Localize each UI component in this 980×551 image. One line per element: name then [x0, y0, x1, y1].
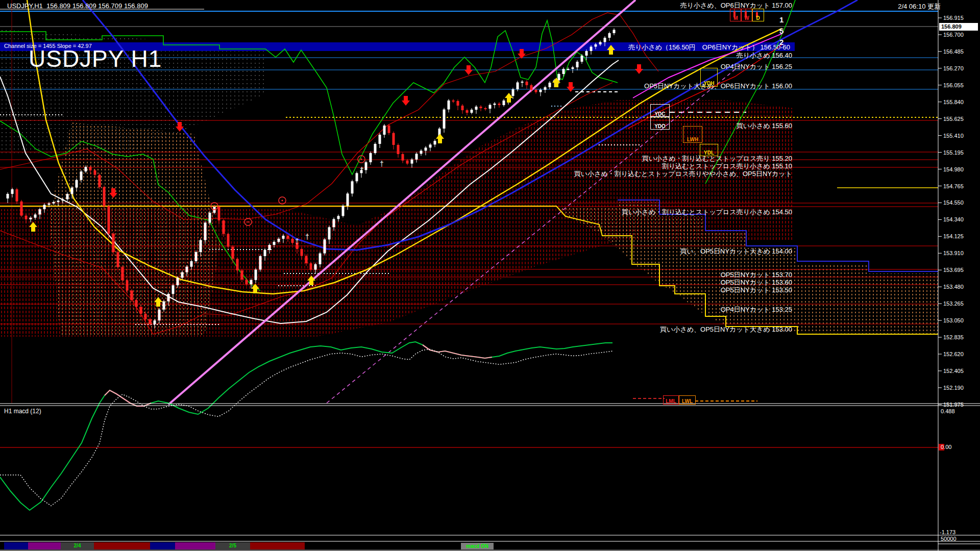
- candle-body: [337, 216, 340, 219]
- candle-body: [48, 204, 51, 205]
- session-segment[interactable]: 2/5: [215, 542, 250, 549]
- indicator-box-label: YDO: [651, 123, 669, 129]
- candle-body: [126, 280, 129, 290]
- candle-body: [503, 101, 505, 105]
- price-tick: 154.340: [943, 216, 964, 222]
- chart-canvas[interactable]: ††††: [0, 0, 980, 551]
- indicator-box-lwh: LWH: [683, 126, 702, 143]
- candle-body: [273, 242, 276, 245]
- candle-body: [517, 83, 519, 90]
- candle-body: [406, 161, 409, 164]
- level-annotation: 買い小さめ・割り込むとストップロス売りやや小さめ、OP5日NYカット: [574, 169, 792, 179]
- candle-body: [163, 302, 165, 310]
- candle-body: [34, 214, 37, 217]
- candle-body: [16, 189, 18, 202]
- price-tick: 155.840: [943, 99, 964, 105]
- candle-body: [135, 300, 138, 307]
- candle-body: [186, 267, 188, 272]
- candle-body: [76, 180, 78, 188]
- candle-body: [268, 245, 271, 250]
- candle-body: [11, 189, 14, 194]
- sell-arrow-icon: [402, 96, 410, 106]
- level-annotation: 買い小さめ・割り込むとストップロス売り小さめ 154.50: [622, 208, 792, 217]
- indicator-box-label: LML: [664, 398, 678, 404]
- circle-marker-dot: [214, 206, 215, 207]
- indicator-box-label: YDH: [701, 81, 717, 86]
- indicator-box-ydo: YDO: [650, 116, 670, 130]
- candle-body: [62, 199, 64, 201]
- candle-body: [415, 154, 418, 159]
- price-tick: 155.410: [943, 133, 964, 139]
- candle-body: [314, 264, 317, 270]
- symbol-period: USDJPY,H1: [7, 2, 43, 10]
- dagger-marker-icon: †: [295, 237, 299, 245]
- candle-body: [383, 126, 386, 135]
- candle-body: [232, 247, 234, 259]
- session-segment[interactable]: [94, 542, 150, 549]
- candle-body: [291, 239, 294, 243]
- fan-label-5: 5: [779, 27, 783, 35]
- level-annotation: OP4日NYカット 156.25: [721, 62, 792, 71]
- candle-body: [264, 250, 266, 256]
- candle-body: [241, 270, 243, 280]
- indicator-box-d: D: [752, 9, 764, 21]
- candle-body: [108, 206, 110, 234]
- candle-body: [223, 220, 225, 234]
- price-tick: 152.190: [943, 385, 964, 391]
- indicator-box-ydc: YDC: [650, 104, 670, 117]
- macd-axis-zero: 0.00: [941, 444, 951, 450]
- circle-marker-dot: [248, 221, 249, 223]
- candle-body: [613, 30, 616, 33]
- fan-label-2: 2: [779, 38, 783, 46]
- candle-body: [144, 314, 147, 319]
- price-tick: 154.125: [943, 233, 964, 239]
- candle-body: [388, 126, 390, 133]
- price-tick: 156.270: [943, 65, 964, 71]
- session-segment[interactable]: [150, 542, 175, 549]
- candle-body: [66, 194, 69, 199]
- candle-body: [466, 110, 469, 113]
- indicator-box-label: YDL: [700, 150, 718, 156]
- candle-body: [530, 85, 533, 90]
- candle-body: [558, 74, 560, 81]
- candle-body: [25, 216, 28, 219]
- symbol-title: USDJPY,H1 156.809 156.809 156.709 156.80…: [7, 2, 148, 10]
- candle-body: [356, 173, 358, 181]
- candle-body: [140, 307, 142, 314]
- candle-body: [581, 56, 583, 62]
- candle-body: [89, 167, 92, 170]
- price-tick: 155.195: [943, 149, 964, 156]
- candle-body: [397, 145, 400, 154]
- price-tick: 155.625: [943, 116, 964, 122]
- macd-axis-bottom: -1.173: [940, 529, 955, 535]
- candle-body: [457, 101, 459, 106]
- candle-body: [227, 234, 230, 246]
- session-segment[interactable]: [28, 542, 61, 549]
- candle-body: [402, 154, 404, 161]
- candle-body: [448, 101, 450, 110]
- candle-body: [576, 62, 579, 67]
- session-segment[interactable]: 2/4: [61, 542, 94, 549]
- candle-body: [209, 213, 211, 222]
- price-tick: 153.695: [943, 267, 964, 273]
- candle-body: [57, 201, 60, 202]
- candle-body: [259, 256, 262, 269]
- indicator-box-lwl: LWL: [679, 395, 696, 405]
- price-tick: 153.050: [943, 317, 964, 323]
- candle-body: [20, 202, 23, 216]
- candle-body: [379, 135, 381, 144]
- candle-body: [246, 280, 248, 284]
- indicator-box-label: D: [752, 15, 764, 21]
- candle-body: [452, 101, 455, 102]
- candle-body: [572, 67, 574, 69]
- candle-body: [425, 147, 427, 151]
- candle-body: [121, 267, 124, 281]
- session-segment[interactable]: [250, 542, 305, 549]
- session-segment[interactable]: [175, 542, 215, 549]
- macd-toggle-button[interactable]: macd ON: [461, 543, 494, 549]
- fan-label-1: 1: [779, 15, 783, 24]
- session-segment[interactable]: [4, 542, 28, 549]
- candle-body: [99, 175, 101, 187]
- macd-indicator-label: H1 macd (12): [4, 408, 41, 415]
- candle-body: [250, 280, 253, 284]
